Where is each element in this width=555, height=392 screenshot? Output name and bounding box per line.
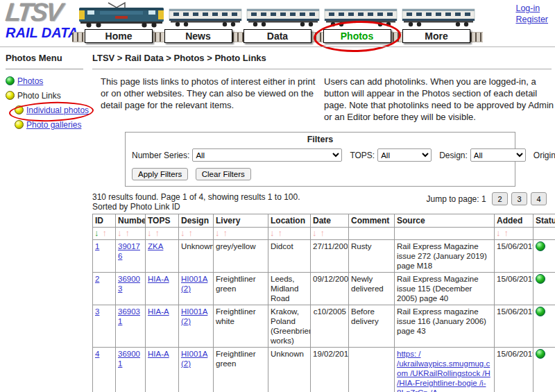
sort-ascending-icon[interactable]: ↑ <box>189 228 194 238</box>
site-logo[interactable]: LTSV RAIL DATA <box>6 0 78 40</box>
column-header-design[interactable]: Design <box>179 214 214 228</box>
jump-to-page-label: Jump to page: <box>427 194 479 204</box>
cell-design-link[interactable]: HI001A (2) <box>181 307 207 325</box>
cell-tops-link[interactable]: HIA-A <box>148 307 169 316</box>
sort-cell-added: ↓↑ <box>495 228 533 240</box>
cell-date: 09/12/2005 <box>311 273 349 305</box>
sort-descending-icon[interactable]: ↓ <box>270 228 275 238</box>
cell-design: Unknown <box>179 240 214 273</box>
column-header-number[interactable]: Number <box>116 214 146 228</box>
column-header-date[interactable]: Date <box>311 214 349 228</box>
filter-label-number-series: Number Series: <box>132 151 189 160</box>
cell-number: 369031 <box>116 305 146 348</box>
cell-source: Rail Express magazine issue 116 (January… <box>395 305 495 348</box>
sort-descending-icon[interactable]: ↓ <box>496 228 501 238</box>
sidebar-item-label[interactable]: Individual photos <box>26 105 89 115</box>
column-header-location[interactable]: Location <box>268 214 311 228</box>
intro-paragraph-right: Users can add photolinks. When you are l… <box>324 76 554 123</box>
column-header-added[interactable]: Added <box>495 214 533 228</box>
sort-ascending-icon[interactable]: ↑ <box>321 228 325 238</box>
sort-descending-icon[interactable]: ↓ <box>180 228 185 238</box>
sidebar-item-individual-photos: Individual photos <box>15 105 89 116</box>
column-header-livery[interactable]: Livery <box>214 214 268 228</box>
main-content: LTSV > Rail Data > Photos > Photo Links … <box>92 50 555 392</box>
cell-date: 27/11/2003 <box>311 240 349 273</box>
filter-label-tops: TOPS: <box>350 151 375 160</box>
tab-data[interactable]: Data <box>244 29 311 43</box>
cell-status <box>533 240 555 273</box>
sidebar-title: Photos Menu <box>6 53 89 63</box>
cell-number-link[interactable]: 369001 <box>118 350 140 368</box>
cell-id-link[interactable]: 1 <box>95 242 99 250</box>
cell-number-link[interactable]: 369031 <box>118 307 140 325</box>
pagination: Jump to page: 1 234 <box>427 192 555 205</box>
intro-text: This page lists links to photos of inter… <box>92 76 555 123</box>
cell-source-link[interactable]: https: / /ukrailwaypics.smugmug.com /UKR… <box>397 350 490 392</box>
sidebar-item-photo-galleries: Photo galleries <box>15 120 89 130</box>
cell-id-link[interactable]: 2 <box>95 275 99 283</box>
cell-id-link[interactable]: 4 <box>95 350 99 358</box>
column-header-tops[interactable]: TOPS <box>146 214 179 228</box>
cell-livery: Freightliner green <box>214 273 268 305</box>
column-header-status[interactable]: Status <box>533 214 555 228</box>
sort-descending-icon[interactable]: ↓ <box>215 228 220 238</box>
yellow-bullet-icon <box>15 105 24 114</box>
cell-tops: HIA-A <box>146 348 179 392</box>
cell-tops-link[interactable]: HIA-A <box>148 275 169 283</box>
sort-cell-location: ↓↑ <box>268 228 311 240</box>
cell-livery: grey/yellow <box>214 240 268 273</box>
current-page-number: 1 <box>481 194 486 204</box>
apply-filters-button[interactable]: Apply Filters <box>132 168 188 180</box>
filter-select-number-series[interactable]: All <box>192 148 342 162</box>
cell-design: HI001A (2) <box>179 305 214 348</box>
cell-location: Unknown <box>268 348 311 392</box>
sort-ascending-icon[interactable]: ↑ <box>278 228 283 238</box>
column-header-id[interactable]: ID <box>93 214 116 228</box>
sort-ascending-icon[interactable]: ↑ <box>103 228 108 238</box>
cell-design-link[interactable]: HI001A (2) <box>181 350 207 368</box>
sort-descending-icon[interactable]: ↓ <box>312 228 317 238</box>
cell-design-link[interactable]: HI001A (2) <box>181 275 207 293</box>
tab-photos[interactable]: Photos <box>323 29 391 43</box>
sidebar-item-label[interactable]: Photo galleries <box>26 120 81 130</box>
filter-group-number-series: Number Series:All <box>132 148 342 162</box>
sidebar-item-label[interactable]: Photos <box>17 76 43 86</box>
cell-number: 369001 <box>116 348 146 392</box>
cell-tops-link[interactable]: ZKA <box>148 242 163 250</box>
tab-more[interactable]: More <box>402 29 470 43</box>
cell-number-link[interactable]: 369003 <box>118 275 140 293</box>
tab-news[interactable]: News <box>164 29 232 43</box>
sort-descending-icon[interactable]: ↓ <box>117 228 122 238</box>
sort-ascending-icon[interactable]: ↑ <box>223 228 228 238</box>
page-button-2[interactable]: 2 <box>492 192 508 205</box>
tab-home[interactable]: Home <box>85 29 153 43</box>
sort-ascending-icon[interactable]: ↑ <box>504 228 509 238</box>
cell-tops-link[interactable]: HIA-A <box>148 350 169 358</box>
cell-date: c10/2005 <box>311 305 349 348</box>
page-button-4[interactable]: 4 <box>531 192 547 205</box>
cell-location: Leeds, Midland Road <box>268 273 311 305</box>
filter-select-design[interactable]: All <box>470 148 526 162</box>
register-link[interactable]: Register <box>515 14 548 25</box>
sort-ascending-icon[interactable]: ↑ <box>155 228 160 238</box>
sidebar-divider <box>6 69 83 69</box>
page-button-3[interactable]: 3 <box>511 192 527 205</box>
column-header-source[interactable]: Source <box>395 214 495 228</box>
sort-ascending-icon[interactable]: ↑ <box>126 228 130 238</box>
sidebar-item-photo-links: Photo Links <box>6 91 89 101</box>
sort-descending-icon[interactable]: ↓ <box>94 228 99 238</box>
sort-cell-tops: ↓↑ <box>146 228 179 240</box>
login-link[interactable]: Log-in <box>515 3 548 14</box>
cell-tops: HIA-A <box>146 305 179 348</box>
cell-comment: Before delivery <box>349 305 395 348</box>
filter-select-tops[interactable]: All <box>377 148 432 162</box>
header-divider <box>0 46 555 47</box>
cell-location: Didcot <box>268 240 311 273</box>
main-nav: HomeNewsDataPhotosMore <box>72 29 483 44</box>
clear-filters-button[interactable]: Clear Filters <box>196 168 251 180</box>
cell-id: 2 <box>93 273 116 305</box>
sort-descending-icon[interactable]: ↓ <box>147 228 152 238</box>
cell-id-link[interactable]: 3 <box>95 307 99 316</box>
cell-number-link[interactable]: 390176 <box>118 242 140 260</box>
column-header-comment[interactable]: Comment <box>349 214 395 228</box>
